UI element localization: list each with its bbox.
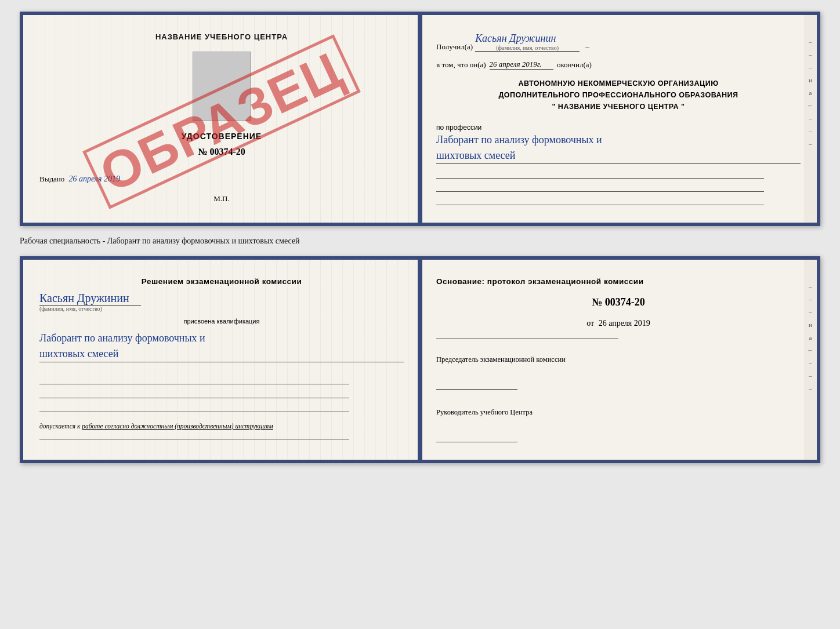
re-char-8: –	[809, 128, 812, 134]
completed-line: в том, что он(а) 26 апреля 2019г. окончи…	[436, 60, 801, 70]
bottom-right-edge-decoration: – – – и а ← – – –	[804, 260, 817, 460]
completed-prefix: в том, что он(а)	[436, 60, 486, 70]
top-doc-left-page: НАЗВАНИЕ УЧЕБНОГО ЦЕНТРА УДОСТОВЕРЕНИЕ №…	[23, 15, 420, 223]
bre-char-7: –	[809, 359, 812, 366]
re-char-5: а	[809, 89, 812, 96]
chairman-label: Председатель экзаменационной комиссии	[436, 354, 801, 365]
sign-line-1	[39, 374, 349, 384]
re-char-9: –	[809, 140, 812, 147]
profession-value: Лаборант по анализу формовочных и шихтов…	[436, 132, 801, 164]
bre-char-8: –	[809, 372, 812, 379]
mp-label: М.П.	[213, 194, 229, 203]
qual-line2: шихтовых смесей	[39, 348, 118, 359]
date-prefix: от	[586, 319, 594, 328]
right-edge-decoration: – – – и а ← – – –	[804, 15, 817, 223]
recipient-sublabel: (фамилия, имя, отчество)	[475, 45, 580, 51]
separator-text: Рабочая специальность - Лаборант по анал…	[20, 237, 820, 246]
cert-label: УДОСТОВЕРЕНИЕ	[182, 132, 262, 141]
sign-line-3	[39, 402, 349, 412]
dash: –	[585, 42, 589, 52]
issued-line: Выдано 26 апреля 2019	[39, 174, 404, 184]
decision-title: Решением экзаменационной комиссии	[39, 277, 404, 286]
recipient-name-field: Касьян Дружинин (фамилия, имя, отчество)	[475, 32, 580, 52]
bottom-doc-left-content: Решением экзаменационной комиссии Касьян…	[39, 277, 404, 439]
re-char-3: –	[809, 64, 812, 71]
director-sign-line	[436, 431, 517, 442]
signature-lines	[39, 374, 404, 412]
qual-line1: Лаборант по анализу формовочных и	[39, 332, 205, 344]
name-field-block: Касьян Дружинин (фамилия, имя, отчество)	[39, 292, 404, 312]
bre-char-9: –	[809, 385, 812, 392]
допускается-block: допускается к работе согласно должностны…	[39, 423, 404, 430]
допускается-label: допускается к	[39, 423, 80, 430]
org-line2: ДОПОЛНИТЕЛЬНОГО ПРОФЕССИОНАЛЬНОГО ОБРАЗО…	[436, 89, 801, 101]
bottom-doc-right-content: Основание: протокол экзаменационной коми…	[436, 277, 801, 442]
school-title-top: НАЗВАНИЕ УЧЕБНОГО ЦЕНТРА	[155, 32, 288, 41]
top-document: НАЗВАНИЕ УЧЕБНОГО ЦЕНТРА УДОСТОВЕРЕНИЕ №…	[20, 12, 820, 226]
top-doc-left-content: НАЗВАНИЕ УЧЕБНОГО ЦЕНТРА УДОСТОВЕРЕНИЕ №…	[39, 32, 404, 203]
re-char-2: –	[809, 51, 812, 58]
recipient-name: Касьян Дружинин	[475, 32, 556, 44]
sign-line-2	[39, 388, 349, 398]
completed-date: 26 апреля 2019г.	[490, 60, 553, 70]
bottom-doc-left-page: Решением экзаменационной комиссии Касьян…	[23, 260, 420, 460]
profession-label: по профессии	[436, 123, 481, 132]
re-char-7: –	[809, 115, 812, 122]
re-char-4: и	[809, 77, 812, 83]
org-block: АВТОНОМНУЮ НЕКОММЕРЧЕСКУЮ ОРГАНИЗАЦИЮ ДО…	[436, 78, 801, 112]
допускается-value: работе согласно должностным (производств…	[82, 423, 273, 430]
bre-char-4: и	[809, 321, 812, 328]
protocol-number: № 00374-20	[436, 296, 801, 308]
basis-title: Основание: протокол экзаменационной коми…	[436, 277, 801, 286]
org-line1: АВТОНОМНУЮ НЕКОММЕРЧЕСКУЮ ОРГАНИЗАЦИЮ	[436, 78, 801, 89]
bre-char-2: –	[809, 296, 812, 303]
profession-block: по профессии Лаборант по анализу формово…	[436, 123, 801, 164]
re-char-6: ←	[808, 102, 814, 109]
profession-line1: Лаборант по анализу формовочных и	[436, 134, 602, 146]
bre-char-1: –	[809, 283, 812, 290]
top-doc-right-page: Получил(а) Касьян Дружинин (фамилия, имя…	[420, 15, 817, 223]
bre-char-5: а	[809, 334, 812, 341]
name-sublabel: (фамилия, имя, отчество)	[39, 306, 404, 312]
completed-suffix: окончил(а)	[557, 60, 592, 70]
bottom-name: Касьян Дружинин	[39, 292, 141, 306]
cert-number: № 00374-20	[198, 147, 245, 157]
org-line3: " НАЗВАНИЕ УЧЕБНОГО ЦЕНТРА "	[436, 101, 801, 112]
received-label: Получил(а)	[436, 42, 473, 52]
top-doc-right-content: Получил(а) Касьян Дружинин (фамилия, имя…	[436, 32, 801, 205]
bottom-doc-right-page: Основание: протокол экзаменационной коми…	[420, 260, 817, 460]
profession-line2: шихтовых смесей	[436, 150, 515, 161]
qualification-label: присвоена квалификация	[39, 318, 404, 325]
director-label: Руководитель учебного Центра	[436, 407, 801, 418]
bottom-document: Решением экзаменационной комиссии Касьян…	[20, 256, 820, 463]
re-char-1: –	[809, 38, 812, 45]
qualification-value: Лаборант по анализу формовочных и шихтов…	[39, 330, 404, 362]
date-value: 26 апреля 2019	[599, 319, 650, 328]
bre-char-6: ←	[808, 347, 814, 354]
qualification-text: Лаборант по анализу формовочных и шихтов…	[39, 330, 404, 362]
photo-placeholder	[193, 52, 251, 121]
issued-label: Выдано	[39, 174, 64, 183]
bre-char-3: –	[809, 308, 812, 315]
chairman-sign-line	[436, 378, 517, 390]
protocol-date: от 26 апреля 2019	[436, 319, 801, 328]
issued-date: 26 апреля 2019	[69, 174, 120, 183]
recipient-line: Получил(а) Касьян Дружинин (фамилия, имя…	[436, 32, 801, 52]
